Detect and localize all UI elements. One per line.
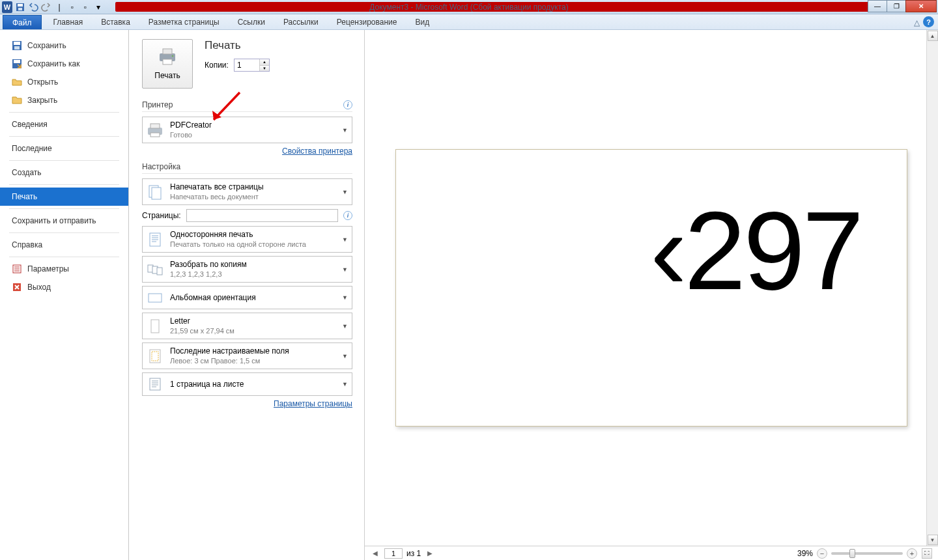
svg-rect-2 <box>18 8 22 10</box>
printer-section-header: Принтер i <box>142 100 352 112</box>
quick-access-toolbar: W | ▫ ▫ ▾ <box>0 1 104 13</box>
svg-rect-23 <box>149 294 162 302</box>
spin-up-icon[interactable]: ▲ <box>260 59 269 66</box>
minimize-ribbon-icon[interactable]: △ <box>914 18 920 27</box>
qat-extra1-icon[interactable]: ▫ <box>66 1 78 13</box>
zoom-in-button[interactable]: + <box>907 548 917 559</box>
tab-insert[interactable]: Вставка <box>92 14 139 29</box>
close-button[interactable]: ✕ <box>905 0 937 12</box>
minimize-button[interactable]: — <box>868 0 887 12</box>
sidebar-save[interactable]: Сохранить <box>0 36 128 55</box>
redo-icon[interactable] <box>40 1 52 13</box>
tab-references[interactable]: Ссылки <box>229 14 274 29</box>
qat-dropdown-icon[interactable]: ▾ <box>92 1 104 13</box>
save-as-icon <box>12 59 22 69</box>
info-icon[interactable]: i <box>343 100 352 109</box>
print-range-dropdown[interactable]: Напечатать все страницыНапечатать весь д… <box>142 178 352 205</box>
paper-icon <box>147 318 163 335</box>
svg-rect-12 <box>163 59 172 64</box>
print-settings-panel: Печать Печать Копии: ▲▼ Принтер i PDFCre… <box>129 30 365 560</box>
help-icon[interactable]: ? <box>923 16 934 27</box>
fit-page-icon[interactable]: ⛶ <box>922 548 932 559</box>
tab-review[interactable]: Рецензирование <box>328 14 406 29</box>
sidebar-recent[interactable]: Последние <box>0 139 128 158</box>
orientation-dropdown[interactable]: Альбомная ориентация ▼ <box>142 286 352 309</box>
spin-down-icon[interactable]: ▼ <box>260 66 269 72</box>
copies-label: Копии: <box>205 61 229 70</box>
qat-extra2-icon[interactable]: ▫ <box>79 1 91 13</box>
collate-icon <box>147 261 163 278</box>
print-header: Печать <box>205 39 270 52</box>
scroll-down-icon[interactable]: ▼ <box>928 535 938 545</box>
page-setup-link[interactable]: Параметры страницы <box>142 399 352 408</box>
pages-input[interactable] <box>186 209 338 222</box>
print-preview: ‹297 ▲ ▼ ◀ из 1 ▶ 39% − + ⛶ <box>365 30 938 560</box>
sidebar-share[interactable]: Сохранить и отправить <box>0 212 128 230</box>
tab-view[interactable]: Вид <box>406 14 438 29</box>
svg-rect-5 <box>14 46 20 49</box>
sidebar-close[interactable]: Закрыть <box>0 91 128 109</box>
print-side-dropdown[interactable]: Односторонняя печатьПечатать только на о… <box>142 226 352 253</box>
per-sheet-icon <box>147 376 163 393</box>
svg-rect-1 <box>18 4 23 7</box>
copies-spinner[interactable]: ▲▼ <box>234 59 270 72</box>
vertical-scrollbar[interactable]: ▲ ▼ <box>926 30 938 546</box>
save-disk-icon <box>12 40 22 51</box>
svg-rect-7 <box>14 60 20 63</box>
chevron-down-icon: ▼ <box>342 294 348 301</box>
undo-icon[interactable] <box>27 1 39 13</box>
tab-file[interactable]: Файл <box>3 15 42 29</box>
tab-mailings[interactable]: Рассылки <box>274 14 328 29</box>
prev-page-icon[interactable]: ◀ <box>370 550 380 557</box>
sidebar-options[interactable]: Параметры <box>0 260 128 278</box>
sidebar-info[interactable]: Сведения <box>0 115 128 133</box>
preview-page-content: ‹297 <box>650 187 861 315</box>
word-app-icon[interactable]: W <box>1 1 13 13</box>
copies-input[interactable] <box>234 59 259 71</box>
sidebar-new[interactable]: Создать <box>0 163 128 182</box>
page-number-input[interactable] <box>384 548 403 559</box>
sidebar-print[interactable]: Печать <box>0 188 128 206</box>
preview-area: ‹297 <box>365 30 938 546</box>
tab-layout[interactable]: Разметка страницы <box>139 14 229 29</box>
ribbon-tabs: Файл Главная Вставка Разметка страницы С… <box>0 14 938 30</box>
next-page-icon[interactable]: ▶ <box>425 550 435 557</box>
sidebar-exit[interactable]: Выход <box>0 278 128 296</box>
printer-properties-link[interactable]: Свойства принтера <box>142 147 352 156</box>
maximize-button[interactable]: ❐ <box>887 0 906 12</box>
sidebar-help[interactable]: Справка <box>0 236 128 254</box>
margins-dropdown[interactable]: Последние настраиваемые поляЛевое: 3 см … <box>142 343 352 369</box>
svg-rect-18 <box>152 188 161 199</box>
chevron-down-icon: ▼ <box>342 381 348 387</box>
chevron-down-icon: ▼ <box>342 236 348 243</box>
backstage-sidebar: Сохранить Сохранить как Открыть Закрыть … <box>0 30 129 560</box>
print-button[interactable]: Печать <box>142 39 193 89</box>
scroll-up-icon[interactable]: ▲ <box>928 31 938 41</box>
chevron-down-icon: ▼ <box>342 323 348 329</box>
info-icon[interactable]: i <box>343 211 352 220</box>
svg-rect-11 <box>163 49 172 54</box>
svg-rect-22 <box>157 268 162 275</box>
svg-rect-27 <box>150 378 160 390</box>
collate-dropdown[interactable]: Разобрать по копиям1,2,3 1,2,3 1,2,3 ▼ <box>142 256 352 283</box>
landscape-icon <box>147 289 163 306</box>
printer-device-icon <box>147 122 163 139</box>
zoom-out-button[interactable]: − <box>817 548 827 559</box>
tab-home[interactable]: Главная <box>44 14 92 29</box>
pages-per-sheet-dropdown[interactable]: 1 страница на листе ▼ <box>142 372 352 396</box>
paper-size-dropdown[interactable]: Letter21,59 см x 27,94 см ▼ <box>142 313 352 339</box>
sidebar-save-as[interactable]: Сохранить как <box>0 55 128 73</box>
printer-dropdown[interactable]: PDFCreatorГотово ▼ <box>142 117 352 143</box>
save-icon[interactable] <box>14 1 26 13</box>
zoom-thumb[interactable] <box>849 549 855 558</box>
one-side-icon <box>147 231 163 248</box>
margins-icon <box>147 348 163 365</box>
zoom-label: 39% <box>797 549 813 558</box>
printer-icon <box>157 48 178 66</box>
folder-open-icon <box>12 77 22 87</box>
settings-section-header: Настройка <box>142 162 352 174</box>
window-title: Документ3 - Microsoft Word (Сбой активац… <box>369 3 568 12</box>
chevron-down-icon: ▼ <box>342 127 348 133</box>
sidebar-open[interactable]: Открыть <box>0 73 128 91</box>
zoom-slider[interactable] <box>831 552 903 555</box>
